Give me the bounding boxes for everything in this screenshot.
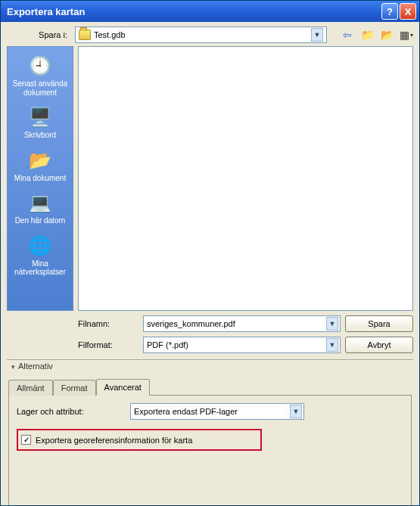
documents-icon: 📂 <box>28 149 52 172</box>
checkbox-checked-icon[interactable]: ✓ <box>21 435 31 445</box>
network-icon: 🌐 <box>28 234 52 257</box>
window-title: Exportera kartan <box>7 6 380 17</box>
back-icon[interactable]: ⇦ <box>341 28 354 42</box>
places-bar: 🕘 Senast använda dokument 🖥️ Skrivbord 📂… <box>7 46 73 311</box>
place-documents[interactable]: 📂 Mina dokument <box>9 146 71 188</box>
place-label: Mina dokument <box>11 174 70 183</box>
recent-icon: 🕘 <box>28 54 52 77</box>
place-recent[interactable]: 🕘 Senast använda dokument <box>9 51 71 101</box>
tab-advanced[interactable]: Avancerat <box>96 379 150 396</box>
georef-label: Exportera georeferensinformation för kar… <box>36 436 192 445</box>
chevron-down-icon[interactable]: ▼ <box>290 405 302 418</box>
tab-general[interactable]: Allmänt <box>8 380 53 396</box>
place-label: Senast använda dokument <box>11 79 70 97</box>
tabs: Allmänt Format Avancerat <box>1 372 419 395</box>
folder-icon <box>79 29 91 40</box>
save-in-value: Test.gdb <box>94 30 311 39</box>
desktop-icon: 🖥️ <box>28 106 52 129</box>
chevron-down-icon[interactable]: ▼ <box>326 338 338 352</box>
save-in-dropdown[interactable]: Test.gdb ▼ <box>75 26 327 43</box>
file-list[interactable] <box>78 46 413 311</box>
help-button[interactable]: ? <box>381 3 398 20</box>
place-label: Skrivbord <box>11 131 70 140</box>
save-button[interactable]: Spara <box>345 315 413 332</box>
new-folder-icon[interactable]: 📂 <box>380 28 394 42</box>
filename-input[interactable]: sveriges_kommuner.pdf ▼ <box>143 315 341 332</box>
fileformat-label: Filformat: <box>78 340 138 349</box>
alternativ-toggle[interactable]: Alternativ <box>1 362 419 372</box>
tab-format[interactable]: Format <box>53 380 96 396</box>
up-folder-icon[interactable]: 📁 <box>360 28 374 42</box>
layers-select[interactable]: Exportera endast PDF-lager ▼ <box>130 403 304 420</box>
save-in-label: Spara i: <box>7 30 70 39</box>
place-computer[interactable]: 💻 Den här datorn <box>9 188 71 230</box>
cancel-button[interactable]: Avbryt <box>345 337 413 353</box>
view-menu-icon[interactable]: ▦▾ <box>400 28 413 42</box>
filename-label: Filnamn: <box>78 319 138 328</box>
save-in-row: Spara i: Test.gdb ▼ ⇦ 📁 📂 ▦▾ <box>1 22 419 46</box>
place-desktop[interactable]: 🖥️ Skrivbord <box>9 103 71 144</box>
place-network[interactable]: 🌐 Mina nätverksplatser <box>9 231 71 281</box>
chevron-down-icon[interactable]: ▼ <box>326 317 338 331</box>
close-button[interactable]: X <box>400 3 416 20</box>
georef-checkbox-row[interactable]: ✓ Exportera georeferensinformation för k… <box>17 429 262 451</box>
fileformat-select[interactable]: PDF (*.pdf) ▼ <box>143 337 341 353</box>
titlebar: Exportera kartan ? X <box>1 1 419 22</box>
place-label: Den här datorn <box>11 216 70 225</box>
tab-panel-advanced: Lager och attribut: Exportera endast PDF… <box>8 395 412 506</box>
layers-label: Lager och attribut: <box>17 407 123 416</box>
chevron-down-icon[interactable]: ▼ <box>311 28 323 42</box>
place-label: Mina nätverksplatser <box>11 259 70 277</box>
computer-icon: 💻 <box>28 191 52 214</box>
